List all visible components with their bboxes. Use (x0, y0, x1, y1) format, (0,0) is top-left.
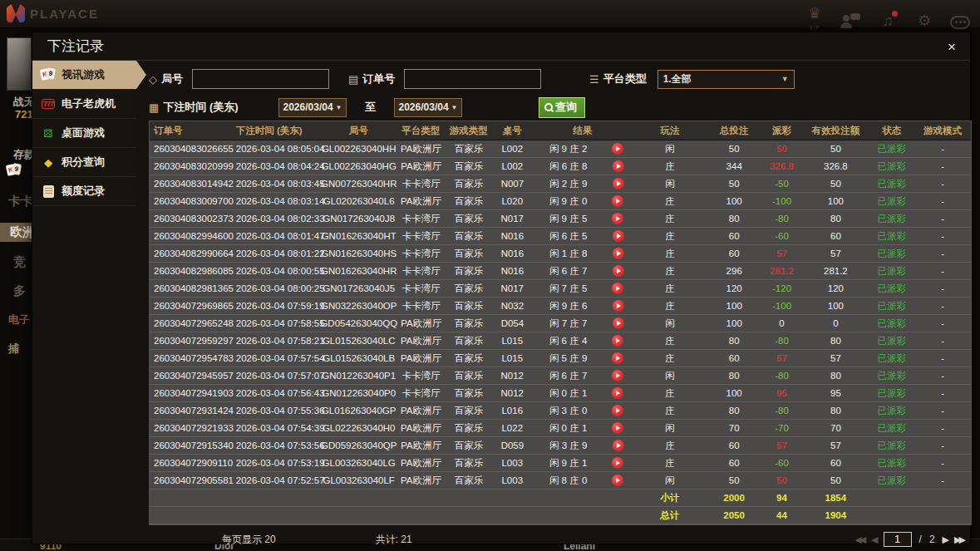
replay-play-icon[interactable] (613, 160, 624, 172)
sidebar-item-slots[interactable]: 777 电子老虎机 (32, 90, 136, 119)
cell-total-bet: 50 (707, 140, 761, 157)
platform-type-select[interactable]: 1.全部 ▼ (657, 70, 795, 89)
sidebar-item-points-query[interactable]: ◆ 积分查询 (32, 148, 136, 177)
table-row: 2603040830266552026-03-04 08:05:04GL0022… (150, 140, 971, 158)
page-number-input[interactable] (884, 532, 912, 547)
cell-table-no: N017 (491, 210, 533, 227)
cell-game-type: 百家乐 (446, 455, 491, 471)
cell-play-type: 庄 (633, 228, 707, 244)
cell-result: 闲 6 庄 7 (533, 367, 603, 384)
cell-platform-type: PA欧洲厅 (396, 402, 446, 419)
replay-play-icon[interactable] (612, 213, 623, 224)
cell-play-type: 闲 (633, 367, 707, 384)
table-row: 2603040830149422026-03-04 08:03:45GN0072… (150, 175, 971, 193)
replay-play-icon[interactable] (612, 352, 623, 364)
cell-bet-time: 2026-03-04 07:57:54 (236, 350, 322, 367)
balance-fragment: 721 (15, 108, 33, 121)
sidebar-item-video-games[interactable]: K9 视讯游戏 (32, 61, 136, 90)
cell-total-bet: 60 (707, 350, 761, 367)
cell-table-no: L003 (491, 472, 533, 489)
cell-bet-time: 2026-03-04 08:03:14 (236, 193, 322, 209)
status-badge: 已派彩 (869, 350, 914, 367)
nav-fragment-duo[interactable]: 多 (13, 283, 26, 299)
cell-platform-type: 卡卡湾厅 (396, 385, 446, 401)
user-avatar[interactable] (7, 37, 32, 91)
date-from-select[interactable]: 2026/03/04▼ (278, 98, 347, 117)
replay-play-icon[interactable] (612, 370, 623, 381)
order-no-input[interactable] (404, 69, 541, 89)
music-badge (892, 11, 898, 17)
replay-play-icon[interactable] (612, 283, 623, 294)
cell-order-no: 260304082986085 (150, 263, 236, 279)
replay-play-icon[interactable] (612, 457, 623, 469)
first-page-icon[interactable]: ◀◀ (854, 534, 864, 545)
replay-play-icon[interactable] (612, 422, 623, 434)
sidebar-item-table-games[interactable]: ⚄ 桌面游戏 (32, 119, 136, 148)
status-badge: 已派彩 (869, 472, 914, 489)
document-icon (41, 184, 56, 199)
cell-game-type: 百家乐 (446, 140, 491, 157)
chevron-down-icon: ▼ (451, 104, 458, 111)
status-badge: 已派彩 (869, 420, 914, 436)
replay-play-icon[interactable] (612, 143, 623, 155)
cell-table-no: N012 (491, 367, 533, 384)
nav-fragment-jing[interactable]: 竞 (13, 254, 26, 270)
filter-bar: ◇ 局号 ▤ 订单号 ☰ 平台类型 (149, 67, 972, 121)
replay-play-icon[interactable] (613, 248, 624, 259)
cell-play-type: 闲 (633, 175, 707, 192)
cell-payout: -50 (761, 175, 803, 192)
cell-game-mode: - (914, 455, 971, 471)
customer-support-icon[interactable] (840, 12, 862, 30)
cell-table-no: L002 (491, 140, 533, 157)
replay-play-icon[interactable] (612, 405, 623, 416)
replay-play-icon[interactable] (612, 475, 623, 486)
cell-game-mode: - (914, 350, 971, 367)
nav-fragment-kaka[interactable]: 卡卡 (8, 194, 33, 209)
date-to-select[interactable]: 2026/03/04▼ (394, 98, 462, 117)
nav-fragment-bu[interactable]: 捕 (8, 342, 19, 357)
replay-play-icon[interactable] (612, 195, 623, 207)
replay-play-icon[interactable] (612, 387, 623, 399)
next-page-icon[interactable]: ▶ (943, 534, 947, 545)
cell-table-no: N016 (491, 228, 533, 244)
chat-icon[interactable] (950, 12, 972, 29)
cell-valid-bet: 80 (802, 332, 869, 349)
cell-play-type: 庄 (633, 158, 707, 175)
cell-play-type: 闲 (633, 315, 707, 332)
cell-platform-type: PA欧洲厅 (396, 193, 446, 209)
cell-total-bet: 70 (707, 420, 761, 436)
game-no-input[interactable] (192, 69, 329, 89)
query-button[interactable]: 查询 (539, 97, 585, 118)
settings-gear-icon[interactable]: ⚙ (914, 11, 935, 31)
cell-result: 闲 6 庄 8 (533, 158, 603, 175)
total-payout: 44 (761, 507, 803, 524)
replay-play-icon[interactable] (613, 300, 624, 312)
prev-page-icon[interactable]: ◀ (871, 534, 875, 545)
replay-play-icon[interactable] (613, 230, 624, 242)
close-icon[interactable]: × (943, 39, 960, 56)
cell-platform-type: PA欧洲厅 (396, 472, 446, 489)
cell-play-type: 庄 (633, 210, 707, 227)
per-page-label: 每页显示 20 (222, 533, 276, 547)
cell-order-no: 260304072965248 (150, 315, 236, 332)
cell-order-no: 260304083020999 (150, 158, 236, 175)
cell-payout: -60 (761, 228, 803, 244)
cell-valid-bet: 57 (802, 437, 869, 454)
table-row: 2603040729314242026-03-04 07:55:36GL0162… (150, 402, 971, 420)
nav-fragment-dianzi[interactable]: 电子 (8, 312, 30, 327)
cell-result: 闲 1 庄 8 (533, 245, 603, 262)
replay-play-icon[interactable] (613, 265, 624, 277)
music-icon[interactable]: ♫ (877, 11, 899, 31)
replay-play-icon[interactable] (613, 440, 624, 451)
replay-play-icon[interactable] (613, 317, 624, 329)
cell-game-type: 百家乐 (446, 420, 491, 436)
cell-platform-type: PA欧洲厅 (396, 455, 446, 471)
status-badge: 已派彩 (869, 455, 914, 471)
replay-play-icon[interactable] (613, 178, 624, 189)
cell-platform-type: 卡卡湾厅 (396, 263, 446, 279)
replay-play-icon[interactable] (612, 335, 623, 347)
cell-game-type: 百家乐 (446, 437, 492, 454)
last-page-icon[interactable]: ▶▶ (954, 534, 963, 545)
table-row: 2603040829860852026-03-04 08:00:55GN0162… (150, 263, 971, 280)
sidebar-item-quota-records[interactable]: 额度记录 (32, 177, 136, 206)
